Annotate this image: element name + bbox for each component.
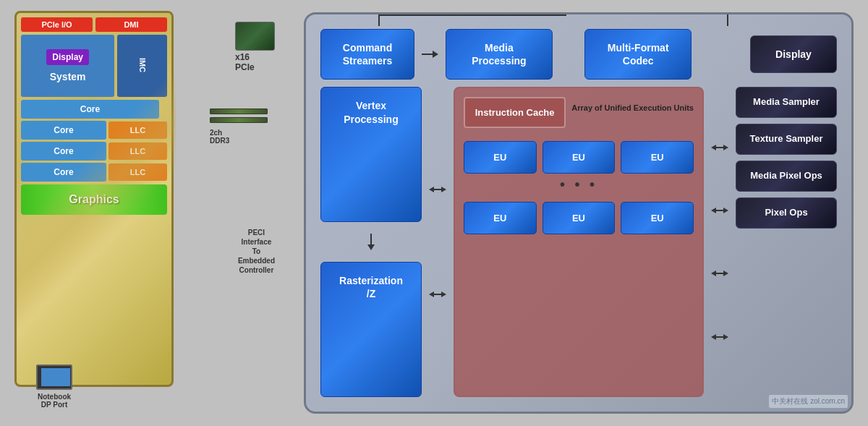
bidirectional-arrow-2 (429, 291, 446, 297)
connectors-area: 2chDDR3 (210, 108, 268, 145)
left-center-arrows (429, 87, 446, 397)
notebook-icon (36, 365, 72, 390)
core-row-2: Core LLC (21, 121, 167, 140)
eu-row-2: EU EU EU (464, 202, 694, 234)
bi-line-3 (716, 147, 723, 148)
bi-line-4 (716, 210, 723, 211)
system-row: Display System IMC (21, 35, 167, 97)
arrowhead-right-4 (723, 208, 728, 213)
top-line-left (378, 14, 380, 26)
center-col: Instruction Cache Array of Unified Execu… (454, 87, 704, 397)
main-container: PCIe I/O DMI Display System IMC Core (0, 0, 868, 426)
right-col: Media Sampler Texture Sampler Media Pixe… (736, 87, 837, 397)
cores-section: Core Core LLC Core LLC Core LLC (21, 100, 167, 182)
left-processing-col: VertexProcessing Rasterization/Z (320, 87, 422, 397)
display-badge: Display (46, 49, 89, 65)
core-box-3: Core (21, 142, 106, 161)
imc-box: IMC (117, 35, 167, 97)
instruction-cache-box: Instruction Cache (464, 97, 566, 128)
top-line-right (727, 14, 728, 26)
watermark: 中关村在线 zol.com.cn (769, 395, 848, 408)
arrowhead-left-4 (711, 208, 716, 213)
gpu-image (235, 22, 275, 51)
eu-1-1: EU (464, 141, 537, 174)
dmi-box: DMI (95, 17, 167, 32)
connector-2 (210, 117, 268, 123)
pixel-ops-block: Pixel Ops (736, 197, 837, 229)
arrowhead-right-2 (441, 291, 446, 297)
system-box: Display System (21, 35, 114, 97)
arrowhead-left-3 (711, 145, 716, 150)
media-sampler-block: Media Sampler (736, 87, 837, 118)
vertex-processing-block: VertexProcessing (320, 87, 422, 222)
bidirectional-arrow-5 (711, 270, 728, 276)
graphics-box: Graphics (21, 184, 167, 215)
pcie-io-box: PCIe I/O (21, 17, 93, 32)
peci-label: PECIInterfaceToEmbeddedController (238, 228, 275, 275)
top-line-horizontal (378, 14, 566, 16)
core-box-1: Core (21, 100, 159, 119)
arrow-cs-mp (422, 51, 438, 58)
array-label: Array of Unified Execution Units (571, 97, 694, 114)
eu-1-2: EU (542, 141, 616, 174)
eu-2-2: EU (542, 202, 616, 234)
ddr3-label: 2chDDR3 (210, 129, 268, 145)
bi-line-5 (716, 273, 723, 274)
llc-box-4: LLC (109, 163, 167, 181)
core-box-4: Core (21, 163, 106, 182)
notebook-label: NotebookDP Port (36, 393, 72, 409)
dots-row: • • • (464, 174, 694, 196)
notebook-area: NotebookDP Port (36, 365, 72, 409)
arrowhead-right-6 (723, 334, 728, 340)
display-block: Display (750, 35, 837, 73)
eu-2-1: EU (464, 202, 537, 234)
llc-box-2: LLC (109, 122, 167, 139)
texture-sampler-block: Texture Sampler (736, 124, 837, 155)
rasterization-block: Rasterization/Z (320, 262, 422, 397)
arrowhead-left-2 (429, 291, 434, 297)
cpu-chip: PCIe I/O DMI Display System IMC Core (14, 11, 174, 387)
bidirectional-arrow-6 (711, 334, 728, 340)
arrowhead-left-6 (711, 334, 716, 340)
command-streamers-block: CommandStreamers (320, 29, 414, 80)
center-right-arrows (711, 87, 728, 397)
eu-1-3: EU (621, 141, 694, 174)
main-processing-row: VertexProcessing Rasterization/Z (320, 87, 837, 397)
pcie-dmi-row: PCIe I/O DMI (21, 17, 167, 32)
llc-box-3: LLC (109, 142, 167, 160)
x16-pcie-area: x16PCIe (235, 22, 275, 72)
bi-line-6 (716, 336, 723, 338)
eu-row-1: EU EU EU (464, 141, 694, 174)
display-badge-container: Display (27, 49, 109, 68)
bidirectional-arrow-1 (429, 187, 446, 192)
media-pixel-ops-block: Media Pixel Ops (736, 161, 837, 192)
full-layout: CommandStreamers MediaProcessing Multi-F… (320, 29, 837, 397)
cache-and-label-row: Instruction Cache Array of Unified Execu… (464, 97, 694, 135)
arrowhead-right-3 (723, 145, 728, 150)
arrowhead-right-5 (723, 270, 728, 276)
media-processing-block: MediaProcessing (446, 29, 553, 80)
left-diagram: PCIe I/O DMI Display System IMC Core (14, 11, 289, 416)
notebook-screen (41, 368, 70, 386)
eu-2-3: EU (621, 202, 694, 234)
multi-format-block: Multi-FormatCodec (584, 29, 692, 80)
core-row-3: Core LLC (21, 142, 167, 161)
core-row-1: Core (21, 100, 167, 119)
arrowhead-right-1 (441, 187, 446, 192)
bidirectional-arrow-3 (711, 145, 728, 150)
arrowhead-left-5 (711, 270, 716, 276)
bidirectional-arrow-4 (711, 208, 728, 213)
arrow-line-1 (422, 54, 433, 55)
core-row-4: Core LLC (21, 163, 167, 182)
arrowhead-1 (433, 51, 438, 58)
bi-line-1 (434, 189, 441, 190)
connector-1 (210, 108, 268, 114)
right-diagram: CommandStreamers MediaProcessing Multi-F… (304, 12, 854, 414)
core-box-2: Core (21, 121, 106, 140)
exec-units-area: Instruction Cache Array of Unified Execu… (454, 87, 704, 397)
top-blocks-row: CommandStreamers MediaProcessing Multi-F… (320, 29, 837, 80)
x16-label: x16PCIe (235, 52, 275, 72)
v-arrow-1 (320, 231, 422, 253)
system-label: System (27, 71, 109, 82)
arrowhead-left-1 (429, 187, 434, 192)
